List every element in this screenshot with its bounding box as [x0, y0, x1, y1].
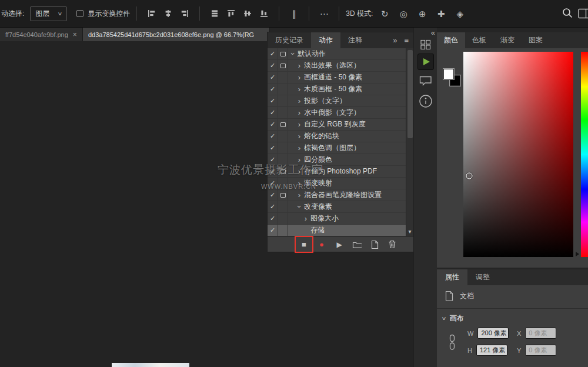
action-row[interactable]: ✓ › 水中倒影（文字）: [268, 107, 413, 119]
action-row[interactable]: ✓ › 淡出效果（选区）: [268, 60, 413, 72]
tab-patterns[interactable]: 图案: [522, 32, 550, 48]
action-check-toggle[interactable]: ✓: [268, 119, 278, 130]
action-dialog-toggle[interactable]: [278, 60, 288, 71]
expand-chevron-icon[interactable]: ›: [289, 49, 297, 59]
foreground-color-swatch[interactable]: [443, 68, 455, 80]
action-check-toggle[interactable]: ✓: [268, 84, 278, 95]
action-row[interactable]: ✓ › 改变像素: [268, 201, 413, 213]
expand-chevron-icon[interactable]: ›: [295, 85, 304, 93]
new-action-button[interactable]: [370, 240, 379, 249]
play-button[interactable]: ▶: [335, 241, 344, 248]
action-row[interactable]: ✓ › 存储为 Photoshop PDF: [268, 166, 413, 178]
action-row[interactable]: ✓ › 棕褐色调（图层）: [268, 142, 413, 154]
action-dialog-toggle[interactable]: [278, 131, 288, 142]
3d-mode-icon[interactable]: ⊕: [415, 6, 429, 21]
action-check-toggle[interactable]: ✓: [268, 48, 278, 59]
distribute-icon[interactable]: [208, 6, 222, 21]
expand-chevron-icon[interactable]: ›: [295, 156, 304, 164]
action-dialog-toggle[interactable]: [278, 225, 288, 236]
notes-panel-icon[interactable]: [419, 75, 432, 86]
action-row[interactable]: ✓ › 图像大小: [268, 213, 413, 225]
action-check-toggle[interactable]: ✓: [268, 72, 278, 83]
canvas-image-fragment[interactable]: [112, 363, 189, 367]
expand-chevron-icon[interactable]: ›: [295, 109, 304, 116]
hue-slider[interactable]: [581, 52, 588, 257]
expand-chevron-icon[interactable]: ›: [295, 168, 304, 175]
panel-menu-icon[interactable]: ≡: [404, 36, 409, 45]
canvas-section-header[interactable]: ∨ 画布: [442, 313, 464, 323]
align-center-horizontal-icon[interactable]: [161, 6, 175, 21]
scrollbar[interactable]: ▾: [406, 48, 413, 236]
3d-mode-icon[interactable]: ◈: [453, 6, 467, 21]
record-button[interactable]: ●: [317, 241, 326, 248]
action-dialog-toggle[interactable]: [278, 84, 288, 95]
expand-chevron-icon[interactable]: ›: [295, 179, 304, 187]
action-dialog-toggle[interactable]: [278, 48, 288, 59]
expand-chevron-icon[interactable]: ›: [301, 215, 310, 222]
expand-chevron-icon[interactable]: ›: [295, 74, 304, 81]
align-right-icon[interactable]: [178, 6, 192, 21]
workspace-grid-icon[interactable]: [420, 39, 432, 50]
scrollbar-thumb[interactable]: [407, 50, 413, 138]
action-check-toggle[interactable]: ✓: [268, 213, 278, 224]
height-input[interactable]: 121 像素: [476, 345, 507, 356]
tab-swatches[interactable]: 色板: [465, 32, 493, 48]
align-middle-vertical-icon[interactable]: [240, 6, 255, 21]
play-panel-icon[interactable]: [417, 54, 434, 70]
distribute-spacing-icon[interactable]: ∥: [287, 6, 301, 21]
action-check-toggle[interactable]: ✓: [268, 189, 278, 201]
expand-chevron-icon[interactable]: ›: [295, 121, 304, 128]
action-check-toggle[interactable]: ✓: [268, 60, 278, 71]
delete-action-button[interactable]: [387, 239, 397, 249]
expand-chevron-icon[interactable]: ›: [295, 62, 304, 69]
action-check-toggle[interactable]: ✓: [268, 107, 278, 118]
x-input[interactable]: 0 像素: [525, 328, 556, 339]
action-row[interactable]: ✓ › 熔化的铅块: [268, 131, 413, 142]
tab-gradients[interactable]: 渐变: [493, 32, 522, 48]
action-dialog-toggle[interactable]: [278, 72, 288, 83]
action-row[interactable]: ✓ › 画框通道 - 50 像素: [268, 72, 413, 84]
show-transform-checkbox[interactable]: [76, 10, 83, 17]
saturation-brightness-field[interactable]: [463, 52, 573, 257]
action-dialog-toggle[interactable]: [278, 201, 288, 212]
action-dialog-toggle[interactable]: [278, 142, 288, 154]
expand-chevron-icon[interactable]: ›: [295, 132, 304, 140]
expand-chevron-icon[interactable]: ›: [295, 144, 304, 152]
collapse-panels-icon[interactable]: «: [431, 28, 434, 37]
color-picker-marker[interactable]: [466, 173, 473, 179]
action-check-toggle[interactable]: ✓: [268, 142, 278, 154]
action-check-toggle[interactable]: ✓: [268, 95, 278, 106]
auto-select-dropdown[interactable]: 图层 ∨: [30, 6, 67, 21]
action-dialog-toggle[interactable]: [278, 95, 288, 106]
3d-mode-icon[interactable]: ↻: [377, 6, 392, 21]
tab-properties[interactable]: 属性: [437, 269, 467, 285]
workspace-switcher-icon[interactable]: [577, 6, 588, 21]
search-icon[interactable]: [561, 6, 575, 21]
action-row[interactable]: ✓ › 四分颜色: [268, 154, 413, 166]
hue-slider-marker-icon[interactable]: [576, 252, 579, 256]
expand-chevron-icon[interactable]: ›: [295, 191, 304, 199]
tab-adjustments[interactable]: 调整: [467, 269, 498, 285]
action-row[interactable]: ✓ 存储: [268, 225, 413, 236]
document-tab-active[interactable]: dd3a785425d41d675bc2d031e608ef6e.png @ 6…: [83, 28, 270, 41]
action-check-toggle[interactable]: ✓: [268, 154, 278, 165]
expand-chevron-icon[interactable]: ›: [295, 97, 304, 105]
action-row[interactable]: ✓ › 默认动作: [268, 48, 413, 60]
action-check-toggle[interactable]: ✓: [268, 166, 278, 177]
action-dialog-toggle[interactable]: [278, 154, 288, 165]
close-icon[interactable]: ×: [73, 31, 77, 39]
action-row[interactable]: ✓ › 渐变映射: [268, 178, 413, 189]
new-set-folder-button[interactable]: [352, 240, 362, 249]
tab-notes[interactable]: 注释: [340, 32, 370, 48]
align-top-icon[interactable]: [224, 6, 238, 21]
3d-mode-icon[interactable]: ◎: [396, 6, 410, 21]
action-dialog-toggle[interactable]: [278, 178, 288, 189]
action-check-toggle[interactable]: ✓: [268, 201, 278, 212]
action-dialog-toggle[interactable]: [278, 107, 288, 118]
action-check-toggle[interactable]: ✓: [268, 178, 278, 189]
action-row[interactable]: ✓ › 木质画框 - 50 像素: [268, 84, 413, 95]
scroll-down-icon[interactable]: ▾: [406, 229, 413, 235]
action-row[interactable]: ✓ › 自定义 RGB 到灰度: [268, 119, 413, 131]
action-dialog-toggle[interactable]: [278, 119, 288, 130]
align-left-icon[interactable]: [145, 6, 159, 21]
